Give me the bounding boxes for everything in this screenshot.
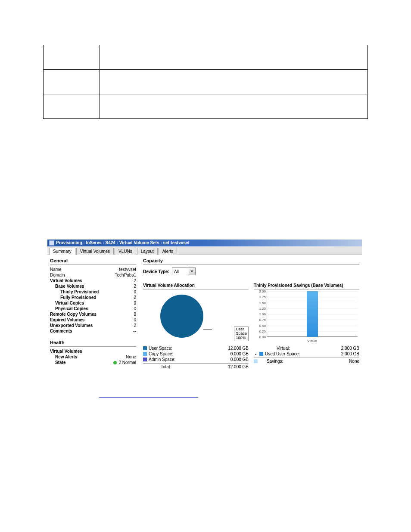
legend-value: 2.000 GB [331, 346, 359, 351]
chart-gridline [267, 337, 358, 337]
legend-row: Virtual: 2.000 GB [254, 345, 359, 351]
kv-label: Comments [50, 329, 72, 333]
table-row [44, 45, 367, 70]
legend-swatch-icon [143, 365, 147, 369]
general-heading: General [50, 256, 136, 265]
kv-base-volumes: Base Volumes2 [50, 283, 136, 289]
kv-label: New Alerts [50, 355, 77, 359]
window-icon [49, 240, 54, 246]
pie-callout-label: User Space 100% [234, 327, 249, 341]
kv-label: Unexported Volumes [50, 323, 93, 328]
tab-layout[interactable]: Layout [137, 248, 158, 255]
state-text: 2 Normal [118, 360, 136, 365]
legend-value: None [331, 359, 359, 364]
savings-legend: Virtual: 2.000 GB - Used User Space: 2.0… [254, 345, 359, 364]
kv-value: None [126, 355, 136, 359]
kv-label: Virtual Volumes [50, 349, 82, 354]
kv-thinly-provisioned: Thinly Provisioned0 [50, 289, 136, 295]
kv-label: Name [50, 267, 62, 272]
kv-value: TechPubs1 [115, 273, 136, 277]
kv-value: -- [133, 329, 136, 333]
window-title: Provisioning : InServs : S424 : Virtual … [56, 240, 190, 246]
tab-summary[interactable]: Summary [49, 248, 75, 255]
legend-label: User Space: [149, 346, 220, 351]
pie-callout-text: 100% [236, 336, 247, 340]
legend-label: Admin Space: [149, 357, 220, 362]
allocation-legend: User Space: 12.000 GB Copy Space: 0.000 … [143, 345, 249, 370]
table-cell [44, 45, 100, 69]
chart-tick-label: 0.25 [254, 329, 266, 333]
savings-heading: Thinly Provisioned Savings (Base Volumes… [254, 281, 359, 289]
tab-alerts[interactable]: Alerts [159, 248, 177, 255]
legend-row: User Space: 12.000 GB [143, 345, 249, 351]
chart-tick-label: 1.25 [254, 306, 266, 310]
legend-label: Copy Space: [149, 352, 220, 356]
chart-tick-label: 0.00 [254, 335, 266, 339]
table-row [44, 70, 367, 94]
legend-label: Savings: [259, 359, 331, 364]
table-row [44, 94, 367, 119]
legend-value: 12.000 GB [220, 364, 249, 369]
allocation-heading: Virtual Volume Allocation [143, 281, 249, 289]
device-type-label: Device Type: [143, 269, 169, 274]
kv-virtual-volumes: Virtual Volumes2 [50, 278, 136, 283]
window-title-bar: Provisioning : InServs : S424 : Virtual … [47, 240, 362, 246]
kv-virtual-copies: Virtual Copies0 [50, 300, 136, 306]
health-heading: Health [50, 338, 136, 347]
legend-dash-icon: - [254, 352, 258, 356]
legend-swatch-icon [143, 358, 147, 361]
kv-remote-copy-volumes: Remote Copy Volumes0 [50, 311, 136, 317]
chart-tick-label: 2.00 [254, 289, 266, 293]
legend-row: Admin Space: 0.000 GB [143, 357, 249, 362]
table-cell [100, 94, 367, 118]
legend-value: 12.000 GB [220, 346, 249, 351]
kv-label: Fully Provisioned [50, 295, 96, 300]
legend-label: Total: [149, 364, 220, 369]
legend-swatch-icon [259, 352, 263, 356]
capacity-heading: Capacity [143, 256, 359, 265]
capacity-column: Capacity Device Type: All Virtual Volume… [136, 256, 359, 370]
health-sub-heading: Virtual Volumes [50, 348, 136, 354]
legend-row: Copy Space: 0.000 GB [143, 351, 249, 357]
chart-bar [307, 291, 318, 337]
chart-tick-label: 1.50 [254, 301, 266, 305]
status-dot-icon [113, 361, 117, 364]
pie-slice-user-space [160, 295, 203, 338]
savings-block: Thinly Provisioned Savings (Base Volumes… [249, 279, 359, 370]
vvset-summary-panel: Provisioning : InServs : S424 : Virtual … [47, 240, 362, 371]
allocation-block: Virtual Volume Allocation User Space 100… [143, 279, 249, 370]
legend-swatch-icon [254, 346, 258, 350]
legend-label: Virtual: [259, 346, 331, 351]
kv-label: Virtual Volumes [50, 278, 82, 283]
kv-label: Base Volumes [50, 284, 84, 289]
allocation-pie-chart: User Space 100% [143, 291, 249, 343]
chart-category-label: Virtual [307, 339, 317, 343]
kv-label: Thinly Provisioned [50, 289, 99, 294]
legend-value: 2.000 GB [331, 352, 359, 356]
table-cell [44, 70, 100, 94]
kv-fully-provisioned: Fully Provisioned2 [50, 295, 136, 300]
legend-value: 0.000 GB [220, 352, 249, 356]
kv-unexported-volumes: Unexported Volumes2 [50, 323, 136, 328]
device-type-value: All [172, 269, 189, 274]
kv-state: State 2 Normal [50, 360, 136, 365]
table-cell [44, 94, 100, 118]
kv-label: Remote Copy Volumes [50, 312, 97, 317]
legend-row: - Used User Space: 2.000 GB [254, 351, 359, 357]
tab-virtual-volumes[interactable]: Virtual Volumes [76, 248, 114, 255]
legend-swatch-icon [254, 359, 258, 363]
device-type-row: Device Type: All [143, 268, 359, 275]
kv-value: 2 Normal [113, 360, 136, 365]
kv-label: State [50, 360, 65, 365]
kv-name: Nametestvvset [50, 267, 136, 272]
kv-label: Expired Volumes [50, 317, 84, 322]
chevron-down-icon [189, 268, 195, 275]
kv-label: Domain [50, 273, 65, 277]
chart-tick-label: 1.00 [254, 312, 266, 316]
tab-vluns[interactable]: VLUNs [115, 248, 136, 255]
legend-savings-row: Savings: None [254, 358, 359, 364]
savings-bar-chart: 0.000.250.500.751.001.251.501.752.00Virt… [254, 291, 359, 343]
chart-tick-label: 1.75 [254, 295, 266, 299]
legend-label: Used User Space: [265, 352, 331, 356]
device-type-select[interactable]: All [172, 268, 196, 275]
